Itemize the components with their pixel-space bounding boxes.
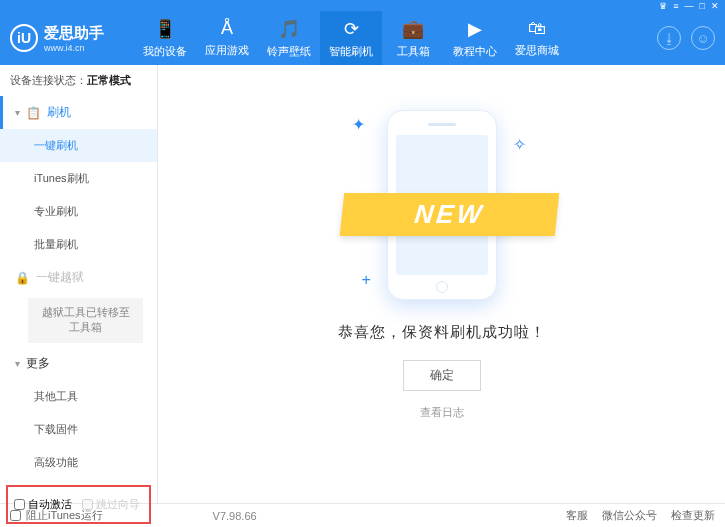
nav-label: 应用游戏 bbox=[205, 43, 249, 58]
success-illustration: ✦ ✧ + NEW bbox=[332, 105, 552, 305]
sidebar-item-more-2[interactable]: 高级功能 bbox=[0, 446, 157, 479]
sidebar-item-more-1[interactable]: 下载固件 bbox=[0, 413, 157, 446]
close-icon[interactable]: ✕ bbox=[711, 1, 719, 11]
sidebar-item-more-0[interactable]: 其他工具 bbox=[0, 380, 157, 413]
titlebar: ♛ ≡ — □ ✕ bbox=[0, 0, 725, 11]
phone-icon: 📋 bbox=[26, 106, 41, 120]
nav-icon: ⟳ bbox=[344, 18, 359, 40]
nav-icon: 📱 bbox=[154, 18, 176, 40]
nav-label: 我的设备 bbox=[143, 44, 187, 59]
sidebar-group-flash[interactable]: ▾ 📋 刷机 bbox=[0, 96, 157, 129]
nav-label: 教程中心 bbox=[453, 44, 497, 59]
chevron-down-icon: ▾ bbox=[15, 358, 20, 369]
nav-item-2[interactable]: 🎵铃声壁纸 bbox=[258, 11, 320, 65]
sidebar-group-more[interactable]: ▾ 更多 bbox=[0, 347, 157, 380]
download-button[interactable]: ⭳ bbox=[657, 26, 681, 50]
nav-label: 爱思商城 bbox=[515, 43, 559, 58]
menu-icon[interactable]: ≡ bbox=[673, 1, 678, 11]
nav-item-5[interactable]: ▶教程中心 bbox=[444, 11, 506, 65]
chevron-down-icon: ▾ bbox=[15, 107, 20, 118]
sparkle-icon: ✦ bbox=[352, 115, 366, 129]
nav-icon: Å bbox=[221, 18, 233, 39]
logo: iU 爱思助手 www.i4.cn bbox=[10, 24, 104, 53]
footer-link-1[interactable]: 微信公众号 bbox=[602, 508, 657, 523]
nav-bar: 📱我的设备Å应用游戏🎵铃声壁纸⟳智能刷机💼工具箱▶教程中心🛍爱思商城 bbox=[134, 11, 657, 65]
sidebar-item-flash-2[interactable]: 专业刷机 bbox=[0, 195, 157, 228]
nav-label: 工具箱 bbox=[397, 44, 430, 59]
success-message: 恭喜您，保资料刷机成功啦！ bbox=[338, 323, 546, 342]
view-log-link[interactable]: 查看日志 bbox=[420, 405, 464, 420]
sidebar-item-flash-0[interactable]: 一键刷机 bbox=[0, 129, 157, 162]
sidebar-group-jailbreak: 🔒 一键越狱 bbox=[0, 261, 157, 294]
block-itunes-checkbox[interactable]: 阻止iTunes运行 bbox=[10, 508, 103, 523]
nav-icon: ▶ bbox=[468, 18, 482, 40]
nav-icon: 🎵 bbox=[278, 18, 300, 40]
app-subtitle: www.i4.cn bbox=[44, 43, 104, 53]
footer-link-0[interactable]: 客服 bbox=[566, 508, 588, 523]
sparkle-icon: ✧ bbox=[513, 135, 527, 149]
user-button[interactable]: ☺ bbox=[691, 26, 715, 50]
nav-icon: 💼 bbox=[402, 18, 424, 40]
nav-icon: 🛍 bbox=[528, 18, 546, 39]
nav-item-1[interactable]: Å应用游戏 bbox=[196, 11, 258, 65]
app-title: 爱思助手 bbox=[44, 24, 104, 43]
logo-badge-icon: iU bbox=[10, 24, 38, 52]
sparkle-icon: + bbox=[362, 271, 376, 285]
main-content: ✦ ✧ + NEW 恭喜您，保资料刷机成功啦！ 确定 查看日志 bbox=[158, 65, 725, 503]
gift-icon[interactable]: ♛ bbox=[659, 1, 667, 11]
new-ribbon: NEW bbox=[339, 193, 559, 236]
jailbreak-notice[interactable]: 越狱工具已转移至工具箱 bbox=[28, 298, 143, 343]
minimize-icon[interactable]: — bbox=[685, 1, 694, 11]
connection-status: 设备连接状态：正常模式 bbox=[0, 65, 157, 96]
lock-icon: 🔒 bbox=[15, 271, 30, 285]
nav-label: 智能刷机 bbox=[329, 44, 373, 59]
confirm-button[interactable]: 确定 bbox=[403, 360, 481, 391]
sidebar-item-flash-1[interactable]: iTunes刷机 bbox=[0, 162, 157, 195]
nav-item-3[interactable]: ⟳智能刷机 bbox=[320, 11, 382, 65]
version-label: V7.98.66 bbox=[213, 510, 257, 522]
sidebar-item-flash-3[interactable]: 批量刷机 bbox=[0, 228, 157, 261]
maximize-icon[interactable]: □ bbox=[700, 1, 705, 11]
header: iU 爱思助手 www.i4.cn 📱我的设备Å应用游戏🎵铃声壁纸⟳智能刷机💼工… bbox=[0, 11, 725, 65]
nav-label: 铃声壁纸 bbox=[267, 44, 311, 59]
nav-item-6[interactable]: 🛍爱思商城 bbox=[506, 11, 568, 65]
footer-link-2[interactable]: 检查更新 bbox=[671, 508, 715, 523]
sidebar: 设备连接状态：正常模式 ▾ 📋 刷机 一键刷机iTunes刷机专业刷机批量刷机 … bbox=[0, 65, 158, 503]
nav-item-0[interactable]: 📱我的设备 bbox=[134, 11, 196, 65]
nav-item-4[interactable]: 💼工具箱 bbox=[382, 11, 444, 65]
